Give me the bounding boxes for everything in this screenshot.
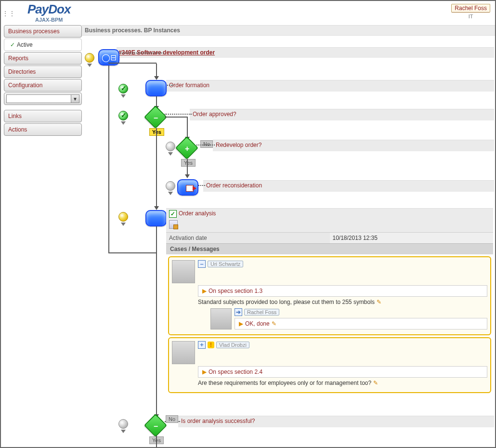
toolbar (166, 219, 493, 232)
pencil-icon[interactable]: ✎ (272, 320, 276, 327)
reply-arrow-icon: ➔ (235, 308, 242, 316)
collapse-icon: – (148, 110, 164, 126)
case-item: – Uri Schwartz ▶On specs section 1.3 Sta… (168, 256, 491, 335)
connector (120, 53, 164, 53)
gateway-node[interactable]: – (144, 414, 167, 437)
check-icon: ✓ (169, 210, 177, 218)
avatar (172, 341, 195, 364)
sidebar-item-configuration[interactable]: Configuration (4, 79, 82, 92)
arrow-icon (154, 206, 159, 210)
branch-label-yes[interactable]: Yes (181, 159, 196, 167)
sidebar-item-label: Active (17, 41, 33, 48)
task-node-active[interactable] (145, 210, 167, 226)
current-user-dept: IT (451, 13, 490, 19)
avatar (172, 260, 195, 283)
case-body: Are these requirements for employees onl… (198, 380, 487, 386)
case-meta: – Uri Schwartz (198, 260, 243, 268)
status-done-icon[interactable]: ✓ (118, 84, 128, 93)
page-title: Business processes. BP Instances (82, 25, 495, 36)
reply-body-box: ▶OK, done✎ (235, 318, 487, 329)
expand-arrow-icon[interactable] (87, 64, 92, 67)
expand-arrow-icon[interactable] (168, 192, 173, 195)
case-header: – Uri Schwartz (172, 260, 487, 283)
case-author[interactable]: Uri Schwartz (208, 261, 243, 267)
reply-author[interactable]: Rachel Foss (244, 309, 279, 316)
user-box: Rachel Foss IT (451, 4, 490, 19)
expand-arrow-icon[interactable] (121, 430, 126, 433)
case-body: Standard subjects provided too long, ple… (198, 299, 487, 305)
bullet-icon: ▶ (202, 369, 207, 375)
pencil-icon[interactable]: ✎ (373, 380, 378, 386)
collapse-toggle[interactable]: – (198, 260, 206, 268)
check-icon: ✓ (10, 41, 15, 48)
cases-header: Cases / Messages (166, 243, 493, 254)
content: Business processes. BP Instances #349E S… (82, 25, 495, 447)
connector (156, 226, 157, 417)
task-title: Order analysis (179, 210, 216, 217)
menu-toggle-icon[interactable]: ⋮⋮ (2, 10, 15, 17)
connector (156, 128, 157, 209)
expand-arrow-icon[interactable] (121, 94, 126, 98)
expand-toggle[interactable]: + (198, 341, 206, 349)
sidebar-item-actions[interactable]: Actions (4, 123, 82, 136)
expand-icon: + (179, 141, 196, 157)
connector (156, 64, 157, 77)
sidebar-item-active[interactable]: ✓Active (4, 39, 82, 51)
connector (108, 63, 157, 64)
status-inactive-icon[interactable] (166, 142, 175, 151)
gateway-node[interactable]: – (144, 105, 167, 129)
pencil-icon[interactable]: ✎ (377, 299, 381, 305)
connector (165, 114, 192, 115)
logo-subtitle: AJAX-BPM (27, 17, 70, 23)
status-done-icon[interactable]: ✓ (118, 111, 128, 120)
avatar (210, 308, 232, 329)
check-icon: ✓ (121, 84, 127, 92)
chevron-down-icon[interactable]: ▼ (71, 94, 79, 103)
logo-text: PayDox (27, 2, 70, 17)
status-inactive-icon[interactable] (118, 419, 128, 429)
task-detail-title: ✓Order analysis (166, 208, 493, 219)
sidebar-item-links[interactable]: Links (4, 110, 82, 122)
select-input[interactable] (6, 94, 71, 103)
node-label-row: Redevelop order? (213, 140, 494, 151)
case-subject: ▶On specs section 1.3 (198, 285, 487, 297)
app-window: ⋮⋮ PayDox AJAX-BPM Rachel Foss IT Busine… (0, 0, 496, 448)
branch-label-no[interactable]: No (200, 140, 213, 148)
edit-tool-icon[interactable] (169, 220, 178, 229)
alert-icon: ! (208, 342, 214, 348)
status-inactive-icon[interactable] (166, 181, 175, 191)
branch-label-no[interactable]: No (166, 415, 178, 423)
case-subject: ▶On specs section 2.4 (198, 366, 487, 378)
status-pending-icon[interactable] (85, 53, 94, 63)
subject-text: On specs section 1.3 (209, 288, 262, 294)
expand-arrow-icon[interactable] (121, 223, 126, 226)
node-label-row: Is order analysis successful? (178, 416, 494, 427)
detail-value: 10/18/2013 12:35 (330, 232, 494, 243)
reply-text: OK, done (245, 320, 270, 327)
status-pending-icon[interactable] (118, 212, 128, 222)
sidebar-item-business-processes[interactable]: Business processes (4, 25, 82, 38)
subject-text: On specs section 2.4 (209, 369, 262, 375)
task-node-exit[interactable] (177, 179, 198, 196)
node-label-row: Order formation (166, 80, 494, 92)
gateway-node[interactable]: + (175, 136, 198, 159)
check-icon: ✓ (121, 111, 127, 119)
topbar: ⋮⋮ PayDox AJAX-BPM Rachel Foss IT (1, 1, 495, 25)
connector (187, 117, 188, 140)
reply-content: ➔ Rachel Foss ▶OK, done✎ (235, 308, 487, 331)
current-user-link[interactable]: Rachel Foss (451, 4, 490, 13)
logo: PayDox AJAX-BPM (27, 2, 70, 23)
sidebar-item-directories[interactable]: Directories (4, 66, 82, 78)
task-node[interactable] (145, 80, 167, 96)
body-text: Are these requirements for employees onl… (198, 380, 371, 386)
sidebar-item-reports[interactable]: Reports (4, 52, 82, 65)
connector (108, 252, 157, 253)
detail-row: Activation date 10/18/2013 12:35 (166, 232, 493, 243)
sidebar-select[interactable]: ▼ (4, 92, 82, 105)
case-author[interactable]: Vlad Drobzi (216, 342, 249, 348)
expand-arrow-icon[interactable] (121, 121, 126, 125)
reply-meta: ➔ Rachel Foss (235, 308, 487, 316)
expand-arrow-icon[interactable] (168, 152, 173, 156)
bullet-icon: ▶ (202, 288, 207, 294)
body-text: Standard subjects provided too long, ple… (198, 299, 375, 305)
